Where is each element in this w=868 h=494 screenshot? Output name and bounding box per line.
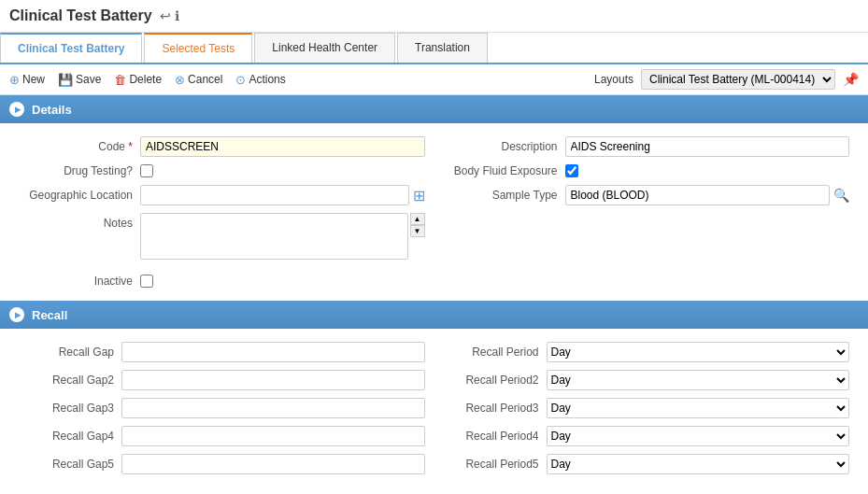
recall-gap-input-3[interactable]: [121, 398, 425, 418]
recall-gap-label-3: Recall Gap3: [19, 402, 121, 415]
save-icon: 💾: [58, 73, 73, 87]
code-input[interactable]: [140, 136, 425, 157]
tab-translation[interactable]: Translation: [397, 33, 488, 63]
notes-scroll-down[interactable]: ▼: [410, 225, 425, 237]
notes-scroll-up[interactable]: ▲: [410, 213, 425, 225]
recall-period-label-5: Recall Period5: [444, 458, 547, 471]
layouts-label: Layouts: [594, 73, 633, 86]
recall-period-label-4: Recall Period4: [444, 430, 547, 443]
top-toolbar: ⊕ New 💾 Save 🗑 Delete ⊗ Cancel ⊙ Actions…: [0, 64, 868, 95]
body-fluid-row: Body Fluid Exposure: [444, 164, 850, 177]
delete-button[interactable]: 🗑 Delete: [114, 73, 162, 87]
recall-period-select-2[interactable]: Day: [547, 370, 850, 390]
recall-section-body: Recall Gap Recall Gap2 Recall Gap3 Recal…: [0, 329, 868, 494]
details-section-body: Code Drug Testing? Geographic Location ⊞…: [0, 123, 868, 301]
drug-testing-checkbox[interactable]: [140, 164, 153, 177]
details-title: Details: [32, 103, 72, 117]
new-button[interactable]: ⊕ New: [9, 73, 45, 87]
recall-gap-label-4: Recall Gap4: [19, 430, 121, 443]
recall-gap-row-1: Recall Gap: [19, 342, 425, 362]
notes-textarea[interactable]: [140, 213, 408, 260]
code-row: Code: [19, 136, 425, 157]
sample-type-input[interactable]: [565, 185, 831, 205]
details-collapse-icon: [9, 102, 24, 117]
recall-gap-row-3: Recall Gap3: [19, 398, 425, 418]
recall-gap-input-4[interactable]: [121, 426, 425, 446]
recall-gap-input-1[interactable]: [121, 342, 425, 362]
refresh-icon[interactable]: ↩: [160, 8, 171, 23]
notes-scroll-btns: ▲ ▼: [410, 213, 425, 237]
recall-gap-row-2: Recall Gap2: [19, 370, 425, 390]
recall-gap-label-2: Recall Gap2: [19, 374, 121, 387]
recall-gap-input-5[interactable]: [121, 454, 425, 474]
new-label: New: [22, 73, 45, 86]
geo-location-row: Geographic Location ⊞: [19, 185, 425, 205]
details-form: Code Drug Testing? Geographic Location ⊞…: [0, 133, 868, 271]
recall-gap-row-5: Recall Gap5: [19, 454, 425, 474]
recall-right-col: Recall Period Day Recall Period2 Day Rec…: [434, 338, 860, 486]
notes-row: Notes ▲ ▼: [19, 213, 425, 260]
recall-period-row-3: Recall Period3 Day: [444, 398, 850, 418]
actions-icon: ⊙: [235, 73, 246, 87]
recall-gap-label-1: Recall Gap: [19, 346, 121, 359]
description-row: Description: [444, 136, 850, 157]
description-label: Description: [444, 140, 565, 153]
tab-selected-tests[interactable]: Selected Tests: [144, 33, 252, 63]
page-title: Clinical Test Battery: [9, 7, 152, 24]
recall-period-select-4[interactable]: Day: [547, 426, 850, 446]
cancel-label: Cancel: [188, 73, 222, 86]
toolbar-actions-left: ⊕ New 💾 Save 🗑 Delete ⊗ Cancel ⊙ Actions: [9, 73, 286, 87]
cancel-icon: ⊗: [175, 73, 185, 87]
notes-label: Notes: [19, 213, 140, 230]
drug-testing-label: Drug Testing?: [19, 164, 140, 177]
save-button[interactable]: 💾 Save: [58, 73, 101, 87]
recall-period-label-1: Recall Period: [444, 346, 547, 359]
recall-period-row-2: Recall Period2 Day: [444, 370, 850, 390]
description-input[interactable]: [565, 136, 850, 157]
title-bar: Clinical Test Battery ↩ ℹ: [0, 0, 868, 33]
details-left-col: Code Drug Testing? Geographic Location ⊞…: [9, 133, 434, 271]
recall-form: Recall Gap Recall Gap2 Recall Gap3 Recal…: [0, 338, 868, 486]
cancel-button[interactable]: ⊗ Cancel: [175, 73, 222, 87]
drug-testing-row: Drug Testing?: [19, 164, 425, 177]
recall-period-select-3[interactable]: Day: [547, 398, 850, 418]
inactive-row: Inactive: [0, 271, 868, 291]
recall-period-label-2: Recall Period2: [444, 374, 547, 387]
recall-gap-row-4: Recall Gap4: [19, 426, 425, 446]
toolbar-right: Layouts Clinical Test Battery (ML-000414…: [594, 69, 859, 90]
recall-left-col: Recall Gap Recall Gap2 Recall Gap3 Recal…: [9, 338, 434, 486]
sample-type-search-icon[interactable]: 🔍: [833, 188, 849, 203]
recall-period-row-1: Recall Period Day: [444, 342, 850, 362]
sample-type-label: Sample Type: [444, 189, 565, 202]
details-right-col: Description Body Fluid Exposure Sample T…: [434, 133, 860, 271]
details-section-header[interactable]: Details: [0, 95, 868, 123]
layouts-select[interactable]: Clinical Test Battery (ML-000414): [641, 69, 835, 90]
delete-icon: 🗑: [114, 73, 126, 87]
pin-icon[interactable]: 📌: [843, 72, 859, 87]
actions-label: Actions: [249, 73, 285, 86]
recall-period-select-5[interactable]: Day: [547, 454, 850, 474]
inactive-checkbox[interactable]: [140, 275, 153, 288]
body-fluid-label: Body Fluid Exposure: [444, 164, 565, 177]
recall-gap-label-5: Recall Gap5: [19, 458, 121, 471]
save-label: Save: [76, 73, 101, 86]
geo-location-input[interactable]: [140, 185, 409, 205]
recall-section-header[interactable]: Recall: [0, 301, 868, 329]
recall-period-select-1[interactable]: Day: [547, 342, 850, 362]
code-label: Code: [19, 140, 140, 153]
actions-button[interactable]: ⊙ Actions: [235, 73, 285, 87]
recall-collapse-icon: [9, 307, 24, 322]
sample-type-row: Sample Type 🔍: [444, 185, 850, 205]
tab-linked-health-center[interactable]: Linked Health Center: [254, 33, 395, 63]
tab-clinical-test-battery[interactable]: Clinical Test Battery: [0, 33, 142, 63]
delete-label: Delete: [129, 73, 162, 86]
new-icon: ⊕: [9, 73, 20, 87]
recall-period-label-3: Recall Period3: [444, 402, 547, 415]
info-icon[interactable]: ℹ: [175, 8, 179, 23]
inactive-label: Inactive: [19, 275, 140, 288]
recall-gap-input-2[interactable]: [121, 370, 425, 390]
body-fluid-checkbox[interactable]: [565, 164, 578, 177]
recall-title: Recall: [32, 308, 67, 322]
recall-period-row-4: Recall Period4 Day: [444, 426, 850, 446]
geo-tree-icon[interactable]: ⊞: [413, 187, 425, 205]
